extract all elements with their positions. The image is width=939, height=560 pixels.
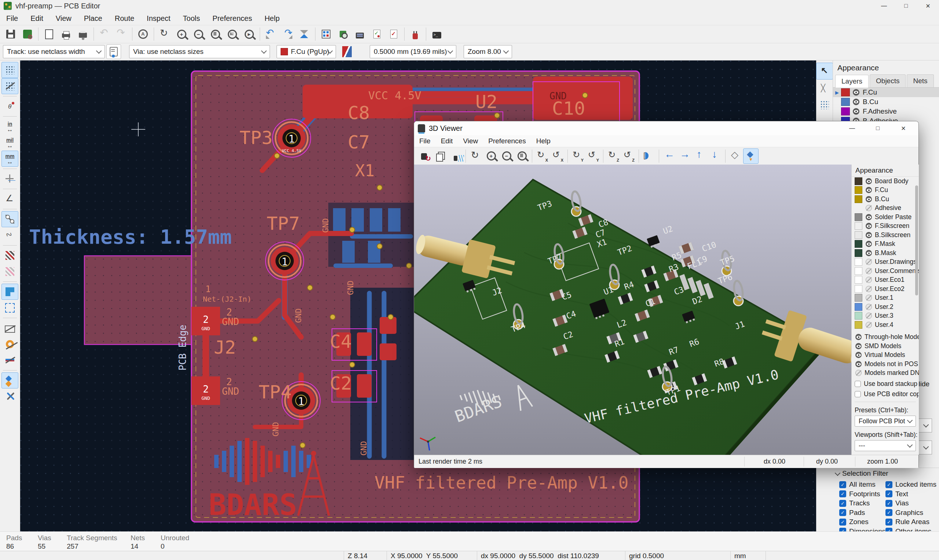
3d-layer-row-virtual-models[interactable]: Virtual Models <box>852 351 919 360</box>
render-icon[interactable] <box>448 148 463 164</box>
layer-row-f-cu[interactable]: ▶F.Cu <box>833 88 939 97</box>
minimize-button[interactable]: — <box>839 122 865 134</box>
visibility-icon[interactable] <box>866 295 872 301</box>
footprint-browser-icon[interactable] <box>335 26 352 43</box>
checkbox-checked-icon[interactable]: ✓ <box>885 509 893 516</box>
3d-layer-row-through-hole-models[interactable]: Through-hole Models <box>852 333 919 342</box>
menu-place[interactable]: Place <box>78 13 109 24</box>
collapse-icon[interactable] <box>835 470 841 476</box>
visibility-icon[interactable] <box>856 361 862 367</box>
presets-dropdown[interactable]: Follow PCB Plot Se <box>855 415 916 426</box>
menu-file[interactable]: File <box>0 13 24 24</box>
layer-color-swatch[interactable] <box>855 213 862 221</box>
unit-in-icon[interactable] <box>2 118 19 134</box>
footprint-editor-icon[interactable] <box>318 26 335 43</box>
visibility-icon[interactable] <box>856 370 862 376</box>
3d-layer-row-f-mask[interactable]: F.Mask <box>852 240 919 249</box>
select-icon[interactable] <box>816 63 833 80</box>
visibility-icon[interactable] <box>853 89 859 95</box>
print-icon[interactable] <box>58 26 74 43</box>
origin-grid-icon[interactable] <box>816 96 833 113</box>
3d-menu-file[interactable]: File <box>414 136 436 146</box>
layer-color-swatch[interactable] <box>855 312 862 320</box>
visibility-icon[interactable] <box>866 178 872 185</box>
drc-icon[interactable] <box>385 26 402 43</box>
history-forward-icon[interactable] <box>279 26 296 43</box>
close-button[interactable]: ✕ <box>917 0 939 12</box>
menu-edit[interactable]: Edit <box>24 13 49 24</box>
3d-menu-edit[interactable]: Edit <box>436 136 458 146</box>
3d-viewer-titlebar[interactable]: 3D Viewer — □ ✕ <box>414 121 919 135</box>
maximize-button[interactable]: □ <box>895 0 917 12</box>
visibility-icon[interactable] <box>866 268 872 274</box>
pan-right-icon[interactable] <box>677 148 692 164</box>
unit-mm-icon[interactable] <box>2 151 19 167</box>
grid-override-icon[interactable] <box>2 78 19 94</box>
3d-layer-row-user-1[interactable]: User.1 <box>852 294 919 303</box>
3d-layer-row-board-body[interactable]: Board Body <box>852 177 919 186</box>
sketch-footprints-icon[interactable] <box>2 320 19 336</box>
visibility-icon[interactable] <box>866 223 872 229</box>
visibility-icon[interactable] <box>866 250 872 256</box>
3d-layer-row-models-marked-dnp[interactable]: Models marked DNP <box>852 369 919 378</box>
visibility-icon[interactable] <box>866 304 872 310</box>
history-back-icon[interactable] <box>262 26 279 43</box>
layer-row-f-adhesive[interactable]: F.Adhesive <box>833 107 939 116</box>
menu-help[interactable]: Help <box>258 13 286 24</box>
3d-layer-row-f-cu[interactable]: F.Cu <box>852 186 919 195</box>
rotx-cw-icon[interactable] <box>534 148 550 164</box>
save-icon[interactable] <box>2 26 19 43</box>
update-pcb-icon[interactable] <box>352 26 368 43</box>
visibility-icon[interactable] <box>856 352 862 358</box>
rotz-ccw-icon[interactable] <box>621 148 637 164</box>
layer-color-swatch[interactable] <box>855 303 862 311</box>
visibility-icon[interactable] <box>853 98 859 105</box>
local-ratsnest-icon[interactable] <box>2 263 19 280</box>
cursor-icon[interactable] <box>2 171 19 187</box>
pan-up-icon[interactable] <box>692 148 708 164</box>
zoom-in-icon[interactable] <box>483 148 499 164</box>
zone-outline-icon[interactable] <box>2 300 19 316</box>
layer-color-swatch[interactable] <box>855 321 862 329</box>
3d-layer-row-user-eco2[interactable]: User.Eco2 <box>852 285 919 294</box>
layer-color-swatch[interactable] <box>841 88 850 96</box>
3d-menu-preferences[interactable]: Preferences <box>483 136 531 146</box>
visibility-icon[interactable] <box>866 196 872 202</box>
checkbox-checked-icon[interactable]: ✓ <box>839 500 846 507</box>
board-setup-icon[interactable] <box>19 26 36 43</box>
unit-mil-icon[interactable] <box>2 134 19 151</box>
checkbox-checked-icon[interactable]: ✓ <box>839 481 846 488</box>
3d-layer-row-b-mask[interactable]: B.Mask <box>852 248 919 258</box>
visibility-icon[interactable] <box>866 259 872 265</box>
3d-layer-row-solder-paste[interactable]: Solder Paste <box>852 212 919 222</box>
checkbox-checked-icon[interactable]: ✓ <box>885 518 893 526</box>
zoom-in-icon[interactable] <box>173 26 190 43</box>
layer-pair-button[interactable] <box>340 45 354 59</box>
console-icon[interactable] <box>429 26 445 43</box>
hl-net-icon[interactable] <box>2 248 19 263</box>
visibility-icon[interactable] <box>853 108 859 115</box>
flip-view-icon[interactable] <box>296 26 313 43</box>
zone-fill-icon[interactable] <box>2 284 19 300</box>
rotz-cw-icon[interactable] <box>606 148 621 164</box>
3d-layer-row-smd-models[interactable]: SMD Models <box>852 342 919 351</box>
visibility-icon[interactable] <box>866 241 872 247</box>
roty-ccw-icon[interactable] <box>585 148 601 164</box>
ratsnest-icon[interactable] <box>2 211 19 227</box>
erc-icon[interactable] <box>368 26 385 43</box>
checkbox-checked-icon[interactable]: ✓ <box>885 490 893 497</box>
layer-color-swatch[interactable] <box>841 108 850 115</box>
layer-color-swatch[interactable] <box>855 249 862 257</box>
plot-icon[interactable] <box>74 26 91 43</box>
scrollbar-thumb[interactable] <box>915 185 918 295</box>
grid-size-dropdown[interactable]: 0.5000 mm (19.69 mils) <box>370 45 456 58</box>
visibility-icon[interactable] <box>866 312 872 319</box>
3d-layer-row-user-3[interactable]: User.3 <box>852 312 919 321</box>
visibility-icon[interactable] <box>866 187 872 193</box>
3d-layer-row-adhesive[interactable]: Adhesive <box>852 204 919 213</box>
tab-nets[interactable]: Nets <box>907 74 933 87</box>
layer-color-swatch[interactable] <box>855 186 862 194</box>
menu-tools[interactable]: Tools <box>177 13 207 24</box>
sketch-pads-icon[interactable] <box>2 336 19 352</box>
track-width-dropdown[interactable]: Track: use netclass width <box>3 45 105 58</box>
